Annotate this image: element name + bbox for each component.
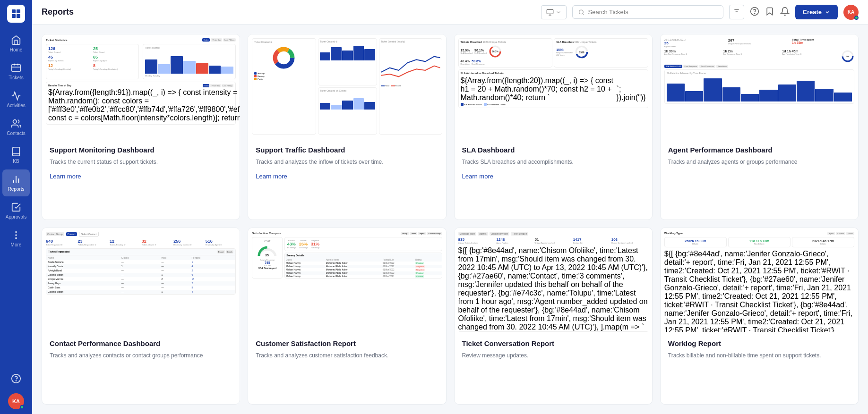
svg-point-11 bbox=[16, 238, 17, 239]
notifications-button[interactable] bbox=[780, 7, 790, 18]
worklog-desc: Tracks billable and non-billable time sp… bbox=[668, 351, 851, 360]
sidebar-item-contacts[interactable]: Contacts bbox=[2, 114, 30, 141]
svg-point-17 bbox=[579, 10, 583, 14]
ticket-conversation-card[interactable]: Message Type Agents Updated by type Tick… bbox=[454, 228, 653, 405]
app-logo[interactable] bbox=[7, 5, 25, 23]
csat-preview: Satisfaction Compare Group Team Agent Co… bbox=[248, 228, 446, 332]
header-icons bbox=[750, 7, 790, 18]
csat-card-body: Customer Satisfaction Report Tracks and … bbox=[248, 332, 446, 405]
bookmark-button[interactable] bbox=[765, 7, 774, 18]
svg-text:14h: 14h bbox=[846, 55, 850, 58]
svg-rect-3 bbox=[17, 14, 20, 18]
sla-link[interactable]: Learn more bbox=[462, 173, 493, 180]
support-traffic-card-body: Support Traffic Dashboard Tracks and ana… bbox=[248, 138, 446, 220]
ticket-conversation-card-body: Ticket Conversation Report Review messag… bbox=[455, 332, 652, 405]
worklog-card-body: Worklog Report Tracks billable and non-b… bbox=[661, 332, 858, 405]
contact-performance-preview: Contact Group Contact Select Contact 640… bbox=[42, 228, 240, 332]
sidebar-item-kb-label: KB bbox=[13, 159, 19, 164]
svg-line-18 bbox=[583, 13, 584, 14]
user-avatar[interactable]: KA bbox=[8, 393, 24, 409]
agent-performance-desc: Tracks and analyzes agents or groups per… bbox=[668, 158, 851, 166]
ticket-conversation-title: Ticket Conversation Report bbox=[462, 339, 645, 347]
sidebar-item-approvals-label: Approvals bbox=[6, 214, 26, 220]
sidebar-item-home-label: Home bbox=[10, 47, 23, 52]
search-input[interactable] bbox=[588, 8, 717, 16]
sla-card-body: SLA Dashboard Tracks SLA breaches and ac… bbox=[455, 138, 652, 220]
sidebar-item-more-label: More bbox=[11, 242, 22, 247]
support-monitoring-link[interactable]: Learn more bbox=[50, 173, 81, 180]
header-user-avatar[interactable]: KA bbox=[843, 5, 859, 20]
sla-card[interactable]: Tickets Breached 1023 Unique Tickets 15.… bbox=[454, 34, 653, 220]
support-traffic-link[interactable]: Learn more bbox=[256, 173, 287, 180]
svg-point-10 bbox=[16, 235, 17, 236]
csat-title: Customer Satisfaction Report bbox=[256, 339, 438, 347]
contact-performance-card-body: Contact Performance Dashboard Tracks and… bbox=[42, 332, 240, 405]
svg-rect-2 bbox=[12, 14, 16, 18]
support-traffic-card[interactable]: Ticket Created ① bbox=[248, 34, 446, 220]
svg-text:1598: 1598 bbox=[579, 51, 584, 54]
support-monitoring-card[interactable]: Ticket Statistics Today Yesterday Last 7… bbox=[42, 34, 240, 220]
svg-rect-1 bbox=[17, 9, 20, 13]
dashboard-grid: Ticket Statistics Today Yesterday Last 7… bbox=[32, 25, 868, 414]
sidebar-item-approvals[interactable]: Approvals bbox=[2, 197, 30, 224]
contact-performance-title: Contact Performance Dashboard bbox=[50, 339, 232, 347]
contact-performance-desc: Tracks and analyzes contacts or contact … bbox=[50, 351, 232, 360]
worklog-preview: Worklog Type Agent Contact Filters 25326… bbox=[661, 228, 858, 332]
search-bar[interactable] bbox=[572, 5, 723, 19]
page-header: Reports Create KA bbox=[32, 0, 868, 25]
support-monitoring-card-body: Support Monitoring Dashboard Tracks the … bbox=[42, 138, 240, 220]
header-online-dot bbox=[854, 16, 859, 20]
sidebar-item-activities[interactable]: Activities bbox=[2, 86, 30, 113]
agent-performance-card[interactable]: 26 (11 August 2021) 25 Agents Added 267 … bbox=[660, 34, 859, 220]
agent-performance-title: Agent Performance Dashboard bbox=[668, 146, 851, 154]
sla-preview: Tickets Breached 1023 Unique Tickets 15.… bbox=[455, 34, 652, 138]
sidebar-item-more[interactable]: More bbox=[2, 225, 30, 252]
sla-title: SLA Dashboard bbox=[462, 146, 645, 154]
svg-point-9 bbox=[16, 232, 17, 233]
sidebar-item-tickets[interactable]: Tickets bbox=[2, 58, 30, 85]
support-monitoring-desc: Tracks the current status of support tic… bbox=[50, 158, 232, 166]
agent-performance-card-body: Agent Performance Dashboard Tracks and a… bbox=[661, 138, 858, 220]
help-button[interactable] bbox=[750, 7, 759, 18]
sidebar-item-reports-label: Reports bbox=[8, 186, 24, 192]
sidebar-item-kb[interactable]: KB bbox=[2, 142, 30, 169]
support-traffic-desc: Tracks and analyzes the inflow of ticket… bbox=[256, 158, 438, 166]
monitor-button[interactable] bbox=[541, 5, 567, 19]
chevron-down-icon bbox=[825, 9, 830, 15]
contact-performance-card[interactable]: Contact Group Contact Select Contact 640… bbox=[42, 228, 240, 405]
search-icon bbox=[578, 9, 584, 16]
create-button[interactable]: Create bbox=[795, 5, 838, 19]
sidebar: Home Tickets Activities Contacts KB Repo… bbox=[0, 0, 32, 414]
support-monitoring-preview: Ticket Statistics Today Yesterday Last 7… bbox=[42, 34, 240, 138]
svg-text:35: 35 bbox=[265, 253, 269, 257]
sla-desc: Tracks SLA breaches and accomplishments. bbox=[462, 158, 645, 166]
svg-point-5 bbox=[13, 120, 17, 123]
filter-icon bbox=[733, 8, 740, 15]
ticket-conversation-preview: Message Type Agents Updated by type Tick… bbox=[455, 228, 652, 332]
worklog-title: Worklog Report bbox=[668, 339, 851, 347]
svg-rect-14 bbox=[547, 9, 553, 14]
sidebar-item-tickets-label: Tickets bbox=[9, 75, 23, 80]
help-icon-button[interactable] bbox=[2, 369, 30, 389]
sidebar-item-activities-label: Activities bbox=[7, 103, 25, 108]
worklog-card[interactable]: Worklog Type Agent Contact Filters 25326… bbox=[660, 228, 859, 405]
ticket-conversation-desc: Review message updates. bbox=[462, 351, 645, 360]
sidebar-item-contacts-label: Contacts bbox=[7, 131, 25, 136]
svg-text:96.1%: 96.1% bbox=[492, 51, 498, 53]
support-traffic-title: Support Traffic Dashboard bbox=[256, 146, 438, 154]
support-monitoring-title: Support Monitoring Dashboard bbox=[50, 146, 232, 154]
support-traffic-preview: Ticket Created ① bbox=[248, 34, 446, 138]
svg-rect-0 bbox=[12, 9, 16, 13]
agent-performance-preview: 26 (11 August 2021) 25 Agents Added 267 … bbox=[661, 34, 858, 138]
csat-desc: Tracks and analyzes customer satisfactio… bbox=[256, 351, 438, 360]
page-title: Reports bbox=[42, 7, 535, 17]
csat-card[interactable]: Satisfaction Compare Group Team Agent Co… bbox=[248, 228, 446, 405]
sidebar-item-home[interactable]: Home bbox=[2, 30, 30, 57]
filter-button[interactable] bbox=[729, 5, 744, 19]
online-status-dot bbox=[20, 405, 24, 409]
svg-rect-4 bbox=[12, 65, 20, 72]
sidebar-item-reports[interactable]: Reports bbox=[2, 169, 30, 196]
main-area: Reports Create KA bbox=[32, 0, 868, 414]
